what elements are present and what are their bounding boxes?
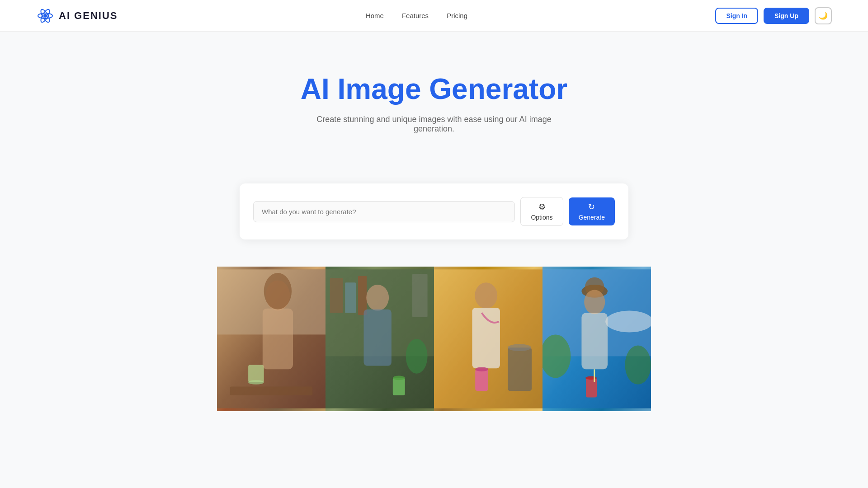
- gallery-image-2: [326, 267, 434, 411]
- gallery-image-1: [217, 267, 326, 411]
- svg-point-22: [393, 376, 405, 380]
- svg-point-30: [475, 367, 488, 371]
- nav-home[interactable]: Home: [366, 12, 384, 19]
- options-button[interactable]: ⚙ Options: [520, 197, 563, 226]
- navbar: AI GENIUS Home Features Pricing Sign In …: [0, 0, 868, 32]
- svg-rect-10: [263, 309, 293, 369]
- svg-point-38: [584, 290, 605, 314]
- svg-point-27: [475, 282, 497, 309]
- svg-point-33: [605, 311, 651, 333]
- theme-icon: 🌙: [819, 11, 828, 20]
- brand-name: AI GENIUS: [59, 10, 118, 22]
- sign-up-button[interactable]: Sign Up: [764, 8, 809, 24]
- nav-pricing[interactable]: Pricing: [447, 12, 467, 19]
- hero-subtitle: Create stunning and unique images with e…: [298, 115, 570, 134]
- options-label: Options: [531, 214, 552, 221]
- svg-point-41: [585, 376, 597, 380]
- gallery-image-4: [542, 267, 651, 411]
- gallery-image-3: [434, 267, 542, 411]
- image-gallery: [208, 267, 660, 411]
- generate-button[interactable]: ↻ Generate: [569, 197, 615, 225]
- gallery-item-4: [542, 267, 651, 411]
- logo: AI GENIUS: [36, 7, 118, 25]
- prompt-input[interactable]: [253, 201, 515, 222]
- svg-rect-17: [412, 274, 428, 317]
- svg-point-0: [43, 14, 47, 18]
- generate-label: Generate: [579, 214, 605, 221]
- svg-point-26: [508, 344, 531, 351]
- gallery-item-2: [326, 267, 434, 411]
- prompt-wrapper: ⚙ Options ↻ Generate: [240, 183, 628, 239]
- svg-rect-21: [393, 378, 405, 395]
- gallery-item-3: [434, 267, 542, 411]
- svg-rect-42: [594, 369, 595, 382]
- theme-toggle-button[interactable]: 🌙: [815, 7, 832, 24]
- svg-point-11: [264, 273, 292, 310]
- svg-point-35: [625, 345, 651, 384]
- svg-rect-39: [581, 313, 608, 369]
- gallery-item-1: [217, 267, 326, 411]
- svg-rect-40: [586, 378, 597, 397]
- prompt-container: ⚙ Options ↻ Generate: [231, 183, 637, 239]
- svg-point-18: [406, 339, 428, 374]
- svg-rect-29: [475, 369, 488, 391]
- svg-rect-14: [330, 278, 343, 313]
- svg-rect-15: [345, 282, 356, 313]
- svg-rect-6: [230, 387, 312, 395]
- refresh-icon: ↻: [588, 202, 595, 212]
- svg-rect-25: [508, 347, 532, 391]
- prompt-inner: ⚙ Options ↻ Generate: [253, 197, 615, 226]
- svg-rect-20: [363, 310, 391, 366]
- svg-rect-28: [472, 308, 500, 368]
- hero-section: AI Image Generator Create stunning and u…: [0, 32, 868, 161]
- nav-features[interactable]: Features: [402, 12, 429, 19]
- gear-icon: ⚙: [538, 202, 546, 212]
- nav-actions: Sign In Sign Up 🌙: [715, 7, 832, 24]
- svg-rect-8: [248, 365, 264, 382]
- svg-rect-16: [358, 276, 367, 315]
- logo-icon: [36, 7, 54, 25]
- hero-title: AI Image Generator: [9, 72, 859, 106]
- nav-links: Home Features Pricing: [366, 12, 467, 19]
- sign-in-button[interactable]: Sign In: [715, 8, 758, 24]
- svg-point-19: [366, 285, 389, 311]
